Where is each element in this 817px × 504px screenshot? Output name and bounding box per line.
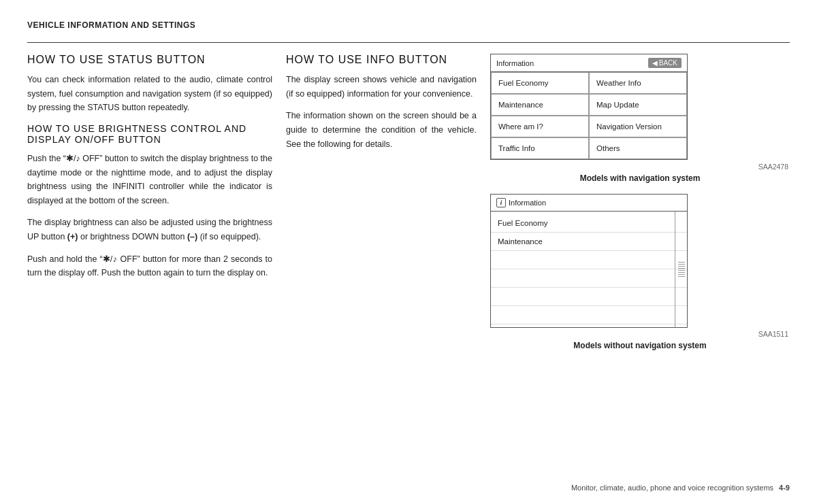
simple-screen-list: Fuel Economy Maintenance <box>491 212 687 327</box>
header-divider <box>27 42 790 43</box>
grid-cell-others[interactable]: Others <box>589 137 687 159</box>
brightness-text-2: The display brightness can also be adjus… <box>27 216 272 243</box>
simple-list-item-empty-4 <box>491 306 687 324</box>
grid-cell-fuel-economy[interactable]: Fuel Economy <box>491 72 589 94</box>
left-column: HOW TO USE STATUS BUTTON You can check i… <box>27 54 286 354</box>
scroll-line-1 <box>678 262 685 263</box>
status-button-title: HOW TO USE STATUS BUTTON <box>27 54 272 66</box>
simple-list-item-empty-3 <box>491 288 687 306</box>
brightness-title: HOW TO USE BRIGHTNESS CONTROL AND DISPLA… <box>27 123 272 145</box>
nav-grid: Fuel Economy Weather Info Maintenance Ma… <box>491 72 687 159</box>
info-icon: i <box>496 198 506 207</box>
simple-list-item-empty-2 <box>491 269 687 288</box>
page-header: VEHICLE INFORMATION AND SETTINGS <box>27 20 790 30</box>
simple-screen-bar: i Information <box>491 195 687 212</box>
page: VEHICLE INFORMATION AND SETTINGS HOW TO … <box>0 0 817 504</box>
grid-cell-maintenance[interactable]: Maintenance <box>491 94 589 116</box>
simple-screen-container: i Information Fuel Economy Maintenance <box>490 194 790 354</box>
simple-list-item-0[interactable]: Fuel Economy <box>491 214 687 233</box>
brightness-text-3: Push and hold the “✱/♪ OFF” button for m… <box>27 252 272 280</box>
mid-column: HOW TO USE INFO BUTTON The display scree… <box>286 54 490 354</box>
nav-screen-caption: SAA2478 <box>490 163 790 171</box>
grid-cell-weather-info[interactable]: Weather Info <box>589 72 687 94</box>
scroll-line-2 <box>678 264 685 265</box>
info-button-title: HOW TO USE INFO BUTTON <box>286 54 477 66</box>
simple-list-item-1[interactable]: Maintenance <box>491 233 687 251</box>
scroll-line-6 <box>678 272 685 273</box>
grid-cell-nav-version[interactable]: Navigation Version <box>589 116 687 137</box>
info-button-text-1: The display screen shows vehicle and nav… <box>286 73 477 101</box>
status-button-text: You can check information related to the… <box>27 73 272 115</box>
grid-cell-map-update[interactable]: Map Update <box>589 94 687 116</box>
info-button-text-2: The information shown on the screen shou… <box>286 109 477 151</box>
scroll-track <box>675 212 687 327</box>
simple-screen-diagram: i Information Fuel Economy Maintenance <box>490 194 688 328</box>
back-label: BACK <box>659 59 677 67</box>
nav-screen-diagram: Information ◀ BACK Fuel Economy Weather … <box>490 54 688 160</box>
nav-back-button[interactable]: ◀ BACK <box>648 58 682 68</box>
scroll-line-3 <box>678 266 685 267</box>
brightness-text-1: Push the “✱/♪ OFF” button to switch the … <box>27 152 272 208</box>
nav-screen-bar: Information ◀ BACK <box>491 54 687 72</box>
back-arrow-icon: ◀ <box>652 59 658 67</box>
nav-screen-container: Information ◀ BACK Fuel Economy Weather … <box>490 54 790 187</box>
simple-screen-caption: SAA1511 <box>490 330 790 338</box>
scroll-line-7 <box>678 274 685 275</box>
scroll-lines <box>678 262 685 277</box>
page-footer: Monitor, climate, audio, phone and voice… <box>0 484 817 492</box>
right-column: Information ◀ BACK Fuel Economy Weather … <box>490 54 790 354</box>
scroll-line-4 <box>678 268 685 269</box>
nav-screen-label: Information <box>496 59 534 67</box>
scroll-line-8 <box>678 276 685 277</box>
scroll-line-5 <box>678 270 685 271</box>
simple-screen-model-label: Models without navigation system <box>490 341 790 350</box>
content-area: HOW TO USE STATUS BUTTON You can check i… <box>27 54 790 354</box>
simple-list-item-empty-1 <box>491 251 687 269</box>
footer-description: Monitor, climate, audio, phone and voice… <box>571 484 773 492</box>
nav-screen-model-label: Models with navigation system <box>490 173 790 183</box>
footer-text: Monitor, climate, audio, phone and voice… <box>571 484 790 492</box>
grid-cell-traffic-info[interactable]: Traffic Info <box>491 137 589 159</box>
simple-screen-bar-label: Information <box>509 199 546 207</box>
grid-cell-where-am-i[interactable]: Where am I? <box>491 116 589 137</box>
footer-page-number: 4-9 <box>779 484 790 492</box>
simple-screen-list-area: Fuel Economy Maintenance <box>491 212 687 327</box>
